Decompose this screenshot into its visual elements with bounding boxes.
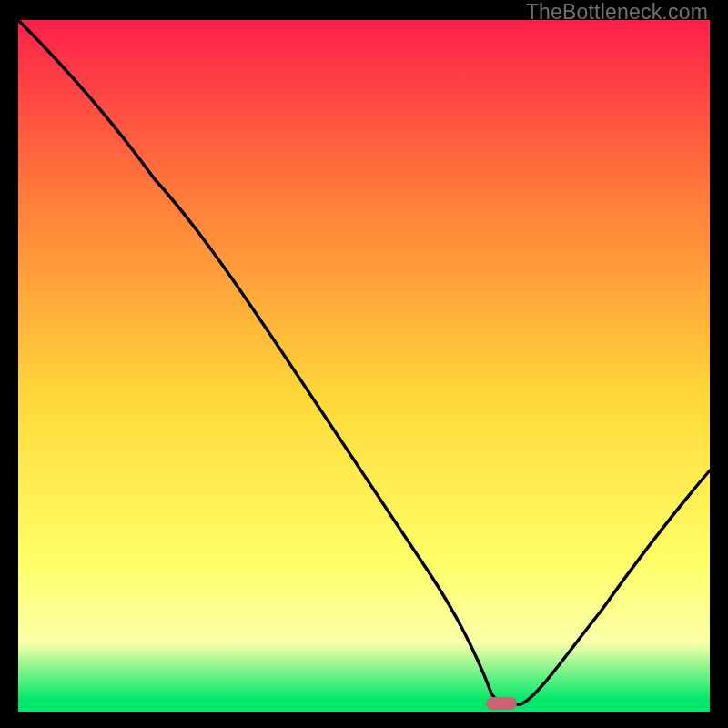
optimal-point-marker — [486, 697, 517, 710]
bottleneck-chart — [18, 20, 710, 712]
chart-frame — [18, 20, 710, 712]
gradient-background — [18, 20, 710, 712]
